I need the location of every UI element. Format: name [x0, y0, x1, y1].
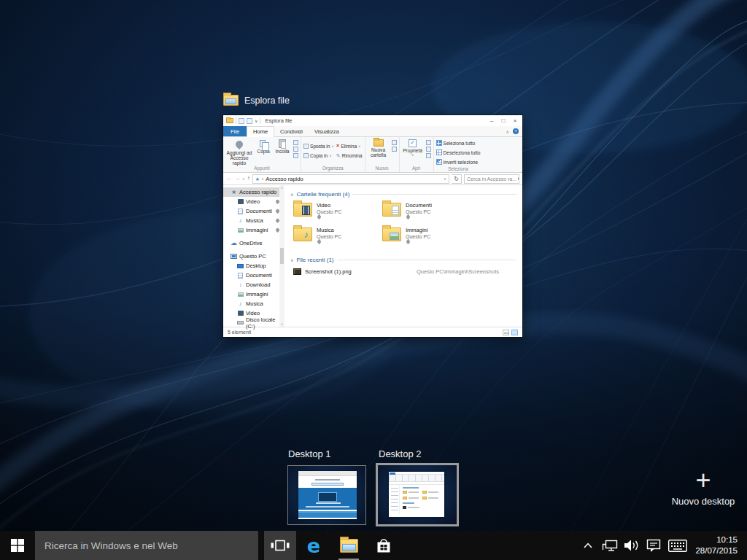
chevron-down-icon[interactable]: ∨: [290, 257, 293, 262]
tab-home[interactable]: Home: [247, 126, 274, 137]
sidebar-item-musica[interactable]: ♪ Musica: [223, 299, 279, 308]
folder-tile-documenti[interactable]: Documenti Questo PC: [382, 201, 471, 224]
move-to-button[interactable]: Sposta in ∨: [303, 141, 334, 150]
section-header-recent[interactable]: ∨ File recenti (1): [290, 255, 516, 264]
folder-icon: [293, 203, 312, 217]
sidebar-item-video-pinned[interactable]: Video: [223, 197, 279, 206]
sidebar-item-immagini-pinned[interactable]: Immagini: [223, 225, 279, 235]
sidebar-item-desktop[interactable]: Desktop: [223, 261, 279, 271]
folder-tile-video[interactable]: Video Questo PC: [293, 201, 382, 224]
tab-file[interactable]: File: [223, 126, 247, 136]
properties-button[interactable]: ✓ Proprietà ∨: [402, 139, 424, 158]
tab-condividi[interactable]: Condividi: [274, 126, 309, 136]
explorer-window-preview[interactable]: ∨ Esplora file – □ × File Home Condividi…: [223, 115, 522, 337]
scroll-up-icon[interactable]: ∧: [281, 186, 283, 190]
sidebar-item-documenti[interactable]: Documenti: [223, 271, 279, 280]
navigation-pane: ★ Accesso rapido Video Documenti ♪: [223, 185, 285, 327]
mini-section-header: [403, 487, 419, 489]
window-preview-label: Esplora file: [223, 95, 290, 106]
taskbar-search-input[interactable]: Ricerca in Windows e nel Web: [35, 531, 258, 560]
sidebar-item-label: Immagini: [246, 291, 268, 298]
copy-path-icon[interactable]: [293, 147, 298, 152]
desktop-1-thumbnail[interactable]: [287, 465, 366, 525]
sidebar-item-documenti-pinned[interactable]: Documenti: [223, 206, 279, 216]
pin-icon: [406, 239, 411, 244]
touch-keyboard-button[interactable]: [665, 531, 691, 560]
volume-button[interactable]: [621, 531, 643, 560]
collapse-ribbon-icon[interactable]: ∧: [506, 129, 509, 134]
close-button[interactable]: ×: [509, 116, 521, 125]
group-label-apri: Apri: [402, 166, 431, 172]
taskbar-clock[interactable]: 10:15 28/07/2015: [691, 531, 747, 560]
history-icon[interactable]: [426, 153, 431, 158]
explorer-search-input[interactable]: Cerca in Accesso ra...: [464, 174, 519, 184]
scroll-down-icon[interactable]: ∨: [281, 322, 283, 326]
maximize-button[interactable]: □: [498, 116, 509, 125]
sidebar-item-immagini[interactable]: Immagini: [223, 289, 279, 299]
address-dropdown-icon[interactable]: ∨: [444, 176, 446, 181]
mini-explorer-body: [389, 485, 444, 514]
chevron-down-icon: ∨: [332, 144, 334, 148]
store-button[interactable]: [366, 531, 401, 560]
network-icon: [601, 538, 619, 553]
network-button[interactable]: [599, 531, 621, 560]
address-input[interactable]: ★ › Accesso rapido ∨: [252, 174, 449, 184]
recent-locations-icon[interactable]: ∨: [242, 176, 245, 181]
qat-customize-icon[interactable]: ∨: [255, 119, 258, 123]
tab-visualizza[interactable]: Visualizza: [309, 126, 345, 136]
sidebar-item-musica-pinned[interactable]: ♪ Musica: [223, 216, 279, 225]
up-icon[interactable]: ↑: [247, 176, 250, 182]
desktop-2-thumbnail-selected[interactable]: [376, 463, 459, 526]
new-item-icon[interactable]: [392, 140, 397, 145]
breadcrumb-path[interactable]: Accesso rapido: [266, 176, 303, 182]
edge-browser-button[interactable]: e: [296, 531, 331, 560]
edit-icon[interactable]: [426, 147, 431, 152]
invert-selection-button[interactable]: Inverti selezione: [436, 158, 479, 166]
qat-new-folder-icon[interactable]: [247, 118, 252, 124]
sidebar-item-label: Documenti: [246, 208, 272, 214]
new-folder-button[interactable]: Nuova cartella: [368, 139, 390, 158]
sidebar-item-questo-pc[interactable]: Questo PC: [223, 252, 279, 261]
tray-overflow-button[interactable]: [577, 531, 599, 560]
easy-access-icon[interactable]: [392, 147, 397, 152]
pin-button-label: Aggiungi ad Accesso rapido: [225, 150, 253, 166]
chevron-down-icon[interactable]: ∨: [290, 192, 293, 197]
start-button[interactable]: [0, 531, 35, 560]
navigation-scrollbar[interactable]: ∧ ∨: [279, 185, 285, 327]
sidebar-item-disco-locale[interactable]: Disco locale (C:): [223, 318, 279, 327]
refresh-button[interactable]: ↻: [452, 174, 462, 184]
back-icon[interactable]: ←: [226, 176, 232, 182]
paste-button[interactable]: Incolla: [274, 139, 291, 154]
copy-to-button[interactable]: Copia in ∨: [303, 151, 334, 160]
cloud-icon: ☁: [231, 240, 237, 246]
copy-button[interactable]: Copia: [255, 139, 271, 154]
forward-icon[interactable]: →: [234, 176, 240, 182]
cut-icon[interactable]: [293, 140, 298, 145]
file-explorer-button[interactable]: [331, 531, 366, 560]
deselect-all-button[interactable]: Deseleziona tutto: [436, 148, 481, 157]
task-view-button[interactable]: [264, 531, 296, 560]
plus-icon: +: [657, 467, 747, 494]
delete-button[interactable]: × Elimina ∨: [336, 141, 363, 150]
pin-to-quick-access-button[interactable]: Aggiungi ad Accesso rapido: [225, 139, 253, 166]
sidebar-item-onedrive[interactable]: ☁ OneDrive: [223, 238, 279, 248]
paste-shortcut-icon[interactable]: [293, 153, 298, 158]
action-center-button[interactable]: [643, 531, 665, 560]
scrollbar-thumb[interactable]: [280, 248, 284, 264]
help-icon[interactable]: ?: [513, 128, 519, 134]
minimize-button[interactable]: –: [486, 116, 498, 125]
large-icons-view-button[interactable]: [511, 330, 518, 335]
music-icon: ♪: [237, 217, 244, 224]
folder-tile-musica[interactable]: ♪ Musica Questo PC: [293, 226, 382, 249]
rename-button[interactable]: ✎ Rinomina: [336, 151, 363, 160]
select-all-button[interactable]: Seleziona tutto: [436, 139, 476, 147]
section-header-frequent[interactable]: ∨ Cartelle frequenti (4): [290, 190, 516, 198]
qat-properties-icon[interactable]: [239, 118, 244, 124]
folder-tile-immagini[interactable]: Immagini Questo PC: [382, 226, 471, 249]
sidebar-item-download[interactable]: ↓ Download: [223, 280, 279, 289]
recent-file-row[interactable]: Screenshot (1).png Questo PC\Immagini\Sc…: [290, 266, 516, 276]
sidebar-item-accesso-rapido[interactable]: ★ Accesso rapido: [223, 187, 279, 197]
details-view-button[interactable]: [503, 330, 509, 335]
open-icon[interactable]: [426, 140, 431, 145]
new-desktop-button[interactable]: + Nuovo desktop: [657, 467, 747, 507]
